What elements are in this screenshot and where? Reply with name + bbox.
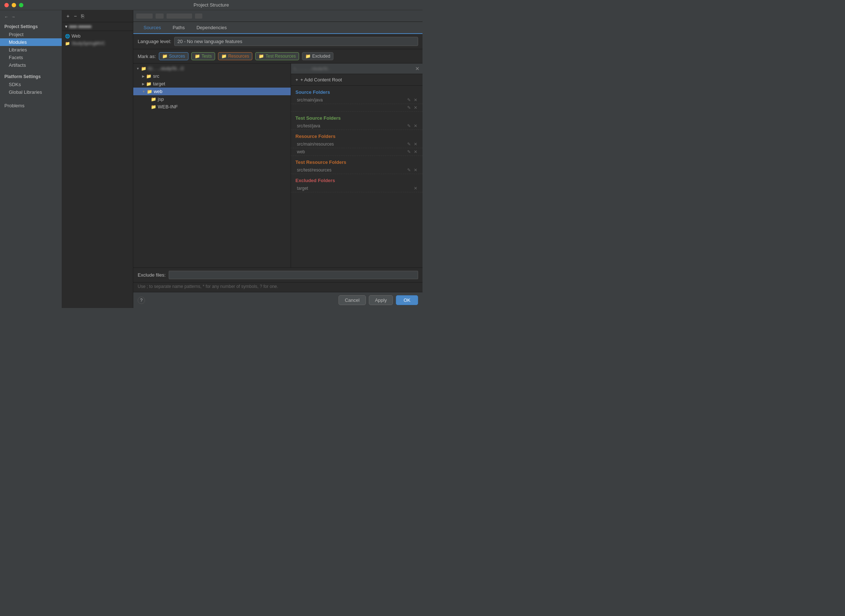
web-folder-icon: 📁	[147, 89, 152, 94]
mark-as-sources-button[interactable]: 📁 Sources	[159, 52, 188, 60]
add-content-root-label: + Add Content Root	[301, 77, 342, 82]
exclude-files-input[interactable]	[169, 271, 418, 279]
folder-entry-target: target ✕	[291, 185, 422, 192]
mark-as-resources-button[interactable]: 📁 Resources	[218, 52, 252, 60]
delete-empty-button[interactable]: ✕	[413, 105, 418, 110]
close-button[interactable]	[4, 3, 9, 7]
language-level-dropdown[interactable]: 20 - No new language features	[174, 37, 418, 46]
src-main-java-path: src/main/java	[297, 97, 406, 103]
mark-as-excluded-button[interactable]: 📁 Excluded	[302, 52, 334, 60]
src-folder-label: src	[153, 73, 159, 79]
module-name-label: ■■■ ■■■■■	[69, 24, 130, 29]
web-folder-label: web	[154, 89, 163, 94]
main-content: Sources Paths Dependencies Language leve…	[133, 10, 422, 308]
edit-empty-button[interactable]: ✎	[406, 105, 411, 110]
sidebar-item-global-libraries[interactable]: Global Libraries	[0, 88, 62, 96]
tree-node-jsp[interactable]: 📁 jsp	[133, 95, 291, 103]
test-resources-folder-icon: 📁	[259, 54, 264, 59]
target-excluded-path: target	[297, 186, 413, 191]
title-bar: Project Structure	[0, 0, 422, 10]
mark-as-bar: Mark as: 📁 Sources 📁 Tests 📁 Resources 📁…	[133, 49, 422, 63]
tab-dependencies[interactable]: Dependencies	[191, 22, 233, 34]
sidebar: ← → Project Settings Project Modules Lib…	[0, 10, 62, 308]
delete-src-main-resources-button[interactable]: ✕	[413, 142, 418, 147]
info-path-bar: /... ... ... .../study/St... ✕	[291, 63, 422, 74]
source-folders-section: Source Folders src/main/java ✎ ✕ ✎	[291, 86, 422, 111]
minimize-button[interactable]	[12, 3, 16, 7]
tree-node-root[interactable]: ▼ 📁 /U... ...study/St.../2	[133, 65, 291, 72]
remove-module-button[interactable]: −	[72, 12, 78, 20]
mark-as-test-resources-button[interactable]: 📁 Test Resources	[255, 52, 299, 60]
folder-entry-src-test-java: src/test/java ✎ ✕	[291, 122, 422, 130]
sidebar-item-sdks[interactable]: SDKs	[0, 81, 62, 88]
dialog-footer: ? Cancel Apply OK	[133, 292, 422, 308]
edit-src-test-resources-button[interactable]: ✎	[406, 167, 411, 173]
maximize-button[interactable]	[19, 3, 24, 7]
jsp-folder-icon: 📁	[151, 97, 156, 102]
sidebar-item-project[interactable]: Project	[0, 31, 62, 38]
tree-node-target[interactable]: ▶ 📁 target	[133, 80, 291, 88]
tab-paths[interactable]: Paths	[167, 22, 191, 34]
src-test-resources-path: src/test/resources	[297, 167, 406, 173]
edit-src-main-java-button[interactable]: ✎	[406, 97, 411, 103]
help-button[interactable]: ?	[138, 297, 145, 304]
plus-icon: +	[295, 77, 298, 82]
sidebar-item-artifacts[interactable]: Artifacts	[0, 61, 62, 69]
chevron-down-icon-web: ▼	[142, 90, 145, 94]
exclude-help-text: Use ; to separate name patterns, * for a…	[133, 282, 422, 292]
copy-module-button[interactable]: ⎘	[79, 12, 85, 20]
sidebar-item-modules[interactable]: Modules	[0, 38, 62, 46]
src-main-resources-path: src/main/resources	[297, 142, 406, 147]
edit-src-main-resources-button[interactable]: ✎	[406, 142, 411, 147]
resource-folders-header: Resource Folders	[291, 130, 422, 141]
tab-sources[interactable]: Sources	[138, 22, 167, 34]
sidebar-item-facets[interactable]: Facets	[0, 54, 62, 61]
tree-node-webinf[interactable]: 📁 WEB-INF	[133, 103, 291, 111]
delete-target-button[interactable]: ✕	[413, 186, 418, 191]
tree-node-web[interactable]: ▼ 📁 web	[133, 88, 291, 95]
cancel-button[interactable]: Cancel	[338, 295, 366, 305]
sidebar-problems[interactable]: Problems	[0, 102, 62, 110]
mark-as-tests-button[interactable]: 📁 Tests	[191, 52, 215, 60]
delete-src-main-java-button[interactable]: ✕	[413, 97, 418, 103]
jsp-folder-label: jsp	[158, 96, 164, 102]
language-level-bar: Language level: 20 - No new language fea…	[133, 34, 422, 49]
tree-item-web[interactable]: 🌐 Web	[62, 32, 133, 40]
excluded-folders-section: Excluded Folders target ✕	[291, 174, 422, 192]
test-resource-folders-section: Test Resource Folders src/test/resources…	[291, 156, 422, 174]
window-title: Project Structure	[194, 2, 229, 8]
webinf-folder-label: WEB-INF	[158, 104, 178, 110]
edit-web-resource-button[interactable]: ✎	[406, 149, 411, 154]
test-source-folders-header: Test Source Folders	[291, 111, 422, 122]
folder-entry-src-main-java: src/main/java ✎ ✕	[291, 96, 422, 104]
ok-button[interactable]: OK	[396, 295, 418, 305]
middle-panel: + − ⎘ ▾ ■■■ ■■■■■ 🌐 Web 📁 StudySpringMVC	[62, 10, 133, 308]
tree-node-src[interactable]: ▶ 📁 src	[133, 72, 291, 80]
add-content-root-button[interactable]: + + Add Content Root	[291, 74, 422, 86]
exclude-files-label: Exclude files:	[138, 272, 166, 278]
language-level-label: Language level:	[138, 39, 171, 44]
folder-tree-pane: ▼ 📁 /U... ...study/St.../2 ▶ 📁 src ▶ 📁	[133, 63, 291, 267]
info-close-button[interactable]: ✕	[415, 66, 420, 72]
resources-folder-icon: 📁	[221, 54, 227, 59]
resource-folders-section: Resource Folders src/main/resources ✎ ✕ …	[291, 130, 422, 156]
web-resource-path: web	[297, 149, 406, 154]
tree-item-studyspringmvc[interactable]: 📁 StudySpringMVC	[62, 40, 133, 47]
sidebar-item-libraries[interactable]: Libraries	[0, 46, 62, 54]
info-path-text: /... ... ... .../study/St...	[294, 66, 415, 71]
edit-src-test-java-button[interactable]: ✎	[406, 123, 411, 128]
excluded-folder-icon: 📁	[305, 54, 311, 59]
platform-settings-label: Platform Settings	[0, 70, 62, 81]
exclude-files-row: Exclude files:	[133, 268, 422, 282]
source-folders-header: Source Folders	[291, 86, 422, 96]
add-module-button[interactable]: +	[65, 12, 71, 20]
nav-forward-icon[interactable]: →	[11, 15, 15, 19]
nav-back-icon[interactable]: ←	[4, 15, 9, 19]
delete-web-resource-button[interactable]: ✕	[413, 149, 418, 154]
apply-button[interactable]: Apply	[369, 295, 393, 305]
delete-src-test-resources-button[interactable]: ✕	[413, 167, 418, 173]
info-pane: /... ... ... .../study/St... ✕ + + Add C…	[291, 63, 422, 267]
chevron-down-icon: ▼	[136, 67, 140, 70]
folder-icon: 📁	[65, 41, 70, 46]
delete-src-test-java-button[interactable]: ✕	[413, 123, 418, 128]
